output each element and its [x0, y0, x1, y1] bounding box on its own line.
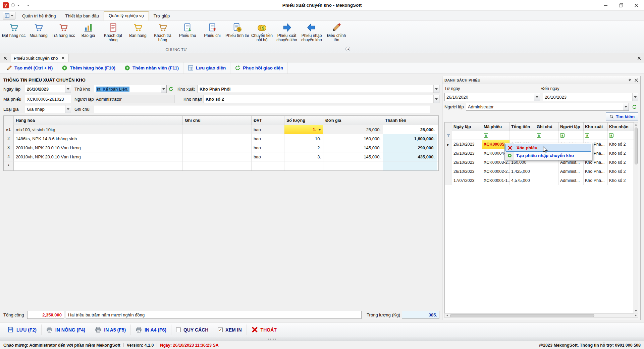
print-a4-button[interactable]: IN A4 (F6) [131, 325, 171, 335]
qat-customize-icon[interactable] [27, 5, 30, 6]
cell-so-luong[interactable] [284, 161, 323, 170]
cell-thanh-tien[interactable]: 435,000. [383, 152, 437, 161]
tu-ngay-combo[interactable]: 26/10/2020 [444, 93, 540, 101]
chevron-down-icon[interactable] [17, 5, 20, 6]
cell-dvt[interactable]: bao [252, 143, 284, 152]
restore-layout-button[interactable]: Phục hồi giao diện [230, 62, 288, 73]
cell-ma-phieu[interactable]: XCK00002-2... [482, 167, 510, 176]
scroll-down-icon[interactable] [634, 309, 638, 313]
cell-ghi-chu[interactable] [535, 176, 559, 185]
cell-dvt[interactable]: bao [252, 152, 284, 161]
col-ma-phieu[interactable]: Mã phiếu [482, 122, 510, 131]
col-ngay-lap[interactable]: Ngày lập [452, 122, 482, 131]
cell-so-luong[interactable]: 3. [284, 152, 323, 161]
col-hang-hoa[interactable]: Hàng hóa [14, 116, 183, 125]
cell-hang-hoa[interactable]: mix100, vi sinh 10kg [14, 125, 183, 134]
ribbon-tab-system[interactable]: Quản trị hệ thống [17, 12, 60, 20]
scroll-left-icon[interactable] [445, 314, 449, 316]
col-ghi-chu[interactable]: Ghi chú [183, 116, 252, 125]
cell-hang-hoa[interactable]: 20010vh, NPK 20.0.10 Vạn Hưng [14, 152, 183, 161]
splitter-strip[interactable] [0, 337, 644, 341]
ghi-chu-input[interactable] [94, 105, 430, 113]
cell-kho-xuat[interactable]: Kho Phâ... [584, 167, 608, 176]
pin-icon[interactable] [628, 78, 632, 82]
filter-ghi-chu[interactable]: a [535, 131, 559, 140]
chevron-down-icon[interactable] [161, 85, 166, 93]
col-so-luong[interactable]: Số lượng [284, 116, 323, 125]
cell-ghi-chu[interactable] [183, 152, 252, 161]
cell-thanh-tien[interactable]: 25,000. [383, 125, 437, 134]
maximize-button[interactable] [613, 0, 629, 10]
ribbon-button-ban-hang[interactable]: Bán hàng [125, 22, 150, 46]
cell-thanh-tien[interactable]: 1,600,000. [383, 134, 437, 143]
cell-ma-phieu[interactable]: XCK00001-1... [482, 176, 510, 185]
col-tong-tien[interactable]: Tổng tiền [510, 122, 535, 131]
nguoi-lap-input[interactable]: Administrator [94, 95, 174, 103]
ribbon-tab-setup[interactable]: Thiết lập ban đầu [60, 12, 103, 20]
cell-don-gia[interactable]: 145,000. [323, 143, 383, 152]
close-panel-icon[interactable] [634, 78, 638, 82]
cell-ghi-chu[interactable] [183, 143, 252, 152]
col-thanh-tien[interactable]: Thành tiền [383, 116, 437, 125]
col-ghi-chu[interactable]: Ghi chú [535, 122, 559, 131]
ribbon-button-bao-gia[interactable]: Báo giá [76, 22, 101, 46]
chevron-down-icon[interactable] [65, 105, 71, 113]
cell-tong-tien[interactable]: 1,425,000 [510, 167, 535, 176]
filter-kho-xuat[interactable]: a [584, 131, 608, 140]
checkbox-unchecked-icon[interactable] [176, 328, 181, 332]
cell-so-luong-selected[interactable]: 1. [284, 125, 323, 134]
ribbon-button-dieu-chinh-ton[interactable]: Điều chỉnh tồn [324, 22, 349, 46]
col-nguoi-lap[interactable]: Người lập [559, 122, 584, 131]
cell-don-gia[interactable]: 145,000. [323, 152, 383, 161]
col-kho-xuat[interactable]: Kho xuất [584, 122, 608, 131]
ribbon-tab-operations[interactable]: Quản lý nghiệp vụ [104, 11, 149, 20]
ribbon-button-khach-tra-hang[interactable]: Khách trả hàng [150, 22, 175, 46]
cell-ghi-chu[interactable] [183, 161, 252, 170]
chevron-down-icon[interactable] [632, 93, 638, 101]
ribbon-button-chuyen-tien-noi-bo[interactable]: Chuyển tiền nội bộ [250, 22, 274, 46]
cell-kho-nhan[interactable]: Kho số 2 [608, 140, 634, 149]
filter-ma-phieu[interactable]: a [482, 131, 510, 140]
print-hot-button[interactable]: IN NÓNG (F4) [42, 325, 90, 335]
cell-ngay-lap[interactable]: 26/10/2023 [452, 158, 482, 167]
cell-hang-hoa[interactable]: 1486ks, NPK 14.8.6 kháng sinh [14, 134, 183, 143]
cell-kho-nhan[interactable]: Kho số 2 [608, 167, 634, 176]
scroll-up-icon[interactable] [634, 122, 638, 127]
loai-gia-combo[interactable]: Giá nhập [25, 105, 71, 113]
cell-don-gia[interactable]: 160,000. [323, 134, 383, 143]
context-menu-delete-voucher[interactable]: Xóa phiếu [505, 144, 591, 152]
chevron-down-icon[interactable] [65, 85, 71, 93]
close-tab-icon[interactable] [61, 56, 65, 60]
cell-ngay-lap[interactable]: 26/10/2023 [452, 149, 482, 158]
context-menu-create-import-voucher[interactable]: Tạo phiếu nhập chuyển kho [505, 152, 591, 159]
cell-ghi-chu[interactable] [183, 125, 252, 134]
tab-phieu-xuat-chuyen-kho[interactable]: Phiếu xuất chuyển kho [10, 54, 68, 62]
search-button[interactable]: Tìm kiếm [606, 112, 638, 120]
add-employee-button[interactable]: Thêm nhân viên (F11) [120, 62, 183, 73]
cell-dvt[interactable]: bao [252, 134, 284, 143]
col-don-gia[interactable]: Đơn giá [323, 116, 383, 125]
cell-don-gia[interactable]: 25,000. [323, 125, 383, 134]
item-new-row[interactable]: * [4, 161, 438, 170]
print-a5-button[interactable]: IN A5 (F5) [90, 325, 131, 335]
ribbon-button-phieu-chi[interactable]: Phiếu chi [200, 22, 225, 46]
cell-thanh-tien[interactable]: 290,000. [383, 143, 437, 152]
save-button[interactable]: LƯU (F2) [3, 325, 42, 335]
ribbon-tab-help[interactable]: Trợ giúp [149, 12, 175, 20]
col-kho-nhan[interactable]: Kho nhận [608, 122, 634, 131]
cell-kho-nhan[interactable]: Kho số 2 [608, 158, 634, 167]
scrollbar-thumb[interactable] [635, 128, 638, 164]
create-new-button[interactable]: Tạo mới (Ctrl + N) [2, 62, 57, 73]
ribbon-button-khach-dat-hang[interactable]: Khách đặt hàng [101, 22, 125, 46]
cell-kho-nhan[interactable]: Kho số 2 [608, 176, 634, 185]
xem-in-checkbox[interactable]: ✓XEM IN [213, 325, 247, 335]
den-ngay-combo[interactable]: 26/10/2023 [543, 93, 638, 101]
refresh-thu-kho-button[interactable] [167, 87, 174, 92]
cell-don-gia[interactable] [323, 161, 383, 170]
cell-hang-hoa[interactable]: 20010vh, NPK 20.0.10 Vạn Hưng [14, 143, 183, 152]
amount-in-words[interactable]: Hai triệu ba trăm năm mươi nghìn đồng [66, 311, 362, 319]
vertical-scrollbar[interactable] [634, 122, 638, 313]
cell-kho-xuat[interactable]: Kho Phâ... [584, 176, 608, 185]
close-button[interactable] [629, 0, 644, 10]
cell-hang-hoa[interactable] [14, 161, 183, 170]
